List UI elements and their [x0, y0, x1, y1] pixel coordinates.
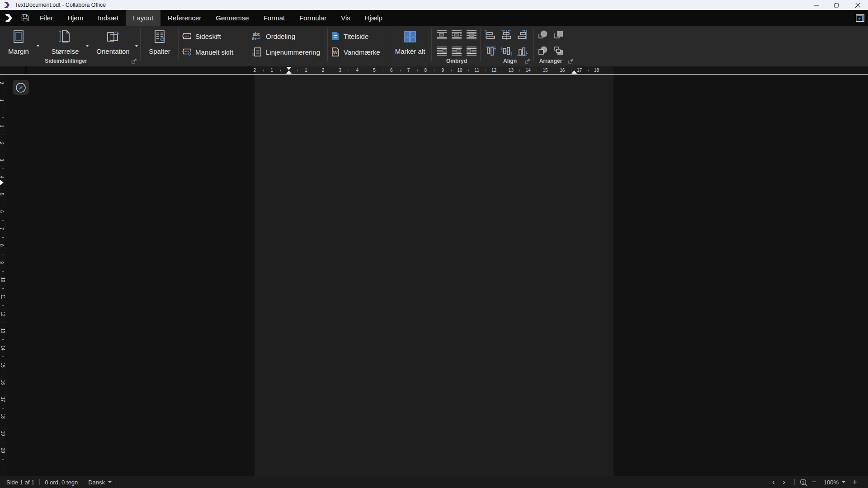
- ruler-number: 11: [0, 295, 5, 299]
- page-size-dropdown-arrow[interactable]: [85, 45, 89, 47]
- select-all-button[interactable]: Markér alt: [391, 27, 429, 62]
- language-label: Dansk: [88, 479, 105, 486]
- zoom-level-selector[interactable]: 100%: [821, 479, 848, 486]
- align-right-button[interactable]: [515, 29, 529, 41]
- wrap-none-icon: [436, 30, 447, 40]
- first-line-indent-marker[interactable]: [286, 67, 292, 70]
- save-icon: [21, 14, 29, 22]
- align-middle-icon: [500, 46, 512, 56]
- svg-text:2: 2: [252, 52, 254, 56]
- ruler-tick: [2, 237, 4, 238]
- send-backward-icon: [537, 46, 549, 56]
- bring-to-front-icon: [537, 29, 549, 40]
- page-size-button[interactable]: Størrelse: [47, 27, 84, 62]
- align-center-button[interactable]: [500, 29, 513, 41]
- language-selector[interactable]: Dansk: [88, 479, 112, 486]
- menubar: Filer Hjem Indsæt Layout Referencer Genn…: [0, 10, 868, 26]
- ruler-tick: [280, 70, 281, 71]
- left-indent-marker[interactable]: [286, 70, 292, 74]
- ruler-tick: [588, 70, 589, 71]
- line-numbering-icon: 1 2: [251, 47, 262, 56]
- align-top-button[interactable]: [484, 45, 497, 57]
- title-page-button[interactable]: Titelside: [331, 30, 368, 42]
- document-page[interactable]: [255, 75, 613, 476]
- zoom-in-button[interactable]: +: [848, 478, 862, 487]
- orientation-button[interactable]: Orientation: [93, 27, 133, 62]
- send-to-back-button[interactable]: [552, 45, 566, 57]
- close-icon: [855, 3, 860, 8]
- menu-item-vis[interactable]: Vis: [334, 10, 358, 26]
- save-button[interactable]: [17, 10, 33, 26]
- zoom-page-icon: 1: [800, 479, 807, 486]
- page-break-button[interactable]: Sideskift: [182, 30, 221, 42]
- margin-dropdown-arrow[interactable]: [36, 45, 40, 47]
- align-dialog-launcher-icon[interactable]: [525, 59, 530, 64]
- ruler-tick: [2, 374, 4, 374]
- line-numbering-button[interactable]: 1 2 Linjenummerering: [251, 46, 320, 58]
- ruler-number: 10: [457, 67, 462, 74]
- right-indent-marker[interactable]: [571, 70, 577, 74]
- ruler-number: 4: [0, 176, 4, 178]
- hyphenation-button[interactable]: abc d Orddeling: [251, 30, 295, 42]
- minimize-button[interactable]: [806, 0, 826, 10]
- statusbar: Side 1 af 1 0 ord, 0 tegn Dansk ‹ › 1: [0, 476, 868, 488]
- wrap-optimal-button[interactable]: [450, 45, 463, 57]
- wrap-parallel-button[interactable]: [450, 29, 463, 41]
- wrap-through-button[interactable]: [465, 29, 478, 41]
- page-count-status[interactable]: Side 1 af 1: [6, 479, 34, 486]
- align-bottom-button[interactable]: [515, 45, 529, 57]
- watermark-button[interactable]: W Vandmærke: [331, 46, 380, 58]
- arrange-dialog-launcher-icon[interactable]: [568, 59, 573, 64]
- sidebar-toggle-button[interactable]: [854, 12, 866, 24]
- ruler-number: 10: [0, 277, 5, 282]
- orientation-dropdown-arrow[interactable]: [135, 45, 138, 47]
- ruler-number: 15: [0, 362, 5, 367]
- wrap-after-button[interactable]: [465, 45, 478, 57]
- group-label-wrap: Ombryd: [434, 58, 479, 64]
- send-backward-button[interactable]: [536, 45, 550, 57]
- ruler-tick: [2, 186, 4, 186]
- bring-forward-button[interactable]: [552, 29, 566, 41]
- single-page-view-button[interactable]: 1: [800, 479, 807, 486]
- restore-button[interactable]: [826, 0, 847, 10]
- navigator-compass-icon: [15, 82, 26, 93]
- wrap-before-button[interactable]: [435, 45, 448, 57]
- manual-break-button[interactable]: Manuelt skift: [182, 46, 233, 58]
- zoom-out-button[interactable]: −: [807, 478, 821, 487]
- previous-page-button[interactable]: ‹: [768, 478, 778, 486]
- menu-item-gennemse[interactable]: Gennemse: [208, 10, 256, 26]
- menu-item-formular[interactable]: Formular: [292, 10, 334, 26]
- select-all-grid-icon: [391, 28, 429, 46]
- top-indent-marker[interactable]: [0, 180, 4, 185]
- menu-item-filer[interactable]: Filer: [33, 10, 60, 26]
- menu-item-referencer[interactable]: Referencer: [160, 10, 208, 26]
- navigator-button[interactable]: [13, 80, 29, 95]
- bring-to-front-button[interactable]: [536, 29, 550, 41]
- close-button[interactable]: [847, 0, 868, 10]
- menu-item-indsaet[interactable]: Indsæt: [90, 10, 126, 26]
- ruler-number: 15: [542, 67, 547, 74]
- align-left-button[interactable]: [484, 29, 497, 41]
- group-breaks: Sideskift Manuelt skift: [182, 26, 246, 66]
- menu-item-hjem[interactable]: Hjem: [60, 10, 90, 26]
- ruler-tick: [2, 442, 4, 442]
- page-settings-dialog-launcher-icon[interactable]: [132, 59, 137, 64]
- next-page-button[interactable]: ›: [779, 478, 789, 486]
- horizontal-ruler[interactable]: 12123456789101112131415161718: [0, 66, 868, 74]
- wrap-none-button[interactable]: [435, 29, 448, 41]
- menu-item-format[interactable]: Format: [256, 10, 292, 26]
- wrap-parallel-icon: [451, 30, 462, 40]
- menu-item-layout-active[interactable]: Layout: [126, 10, 160, 26]
- document-canvas[interactable]: [0, 75, 868, 476]
- restore-icon: [834, 2, 840, 8]
- app-menu-button[interactable]: [0, 10, 17, 26]
- ruler-number: 3: [339, 67, 342, 74]
- word-count-status[interactable]: 0 ord, 0 tegn: [45, 479, 78, 486]
- ruler-number: 1: [0, 125, 4, 127]
- align-middle-button[interactable]: [500, 45, 513, 57]
- vertical-ruler[interactable]: 121234567891011121314151617181920: [0, 75, 6, 476]
- title-page-icon: [331, 32, 340, 41]
- margin-button[interactable]: Margin: [4, 27, 33, 62]
- columns-button[interactable]: Spalter: [143, 27, 176, 62]
- menu-item-hjaelp[interactable]: Hjælp: [358, 10, 390, 26]
